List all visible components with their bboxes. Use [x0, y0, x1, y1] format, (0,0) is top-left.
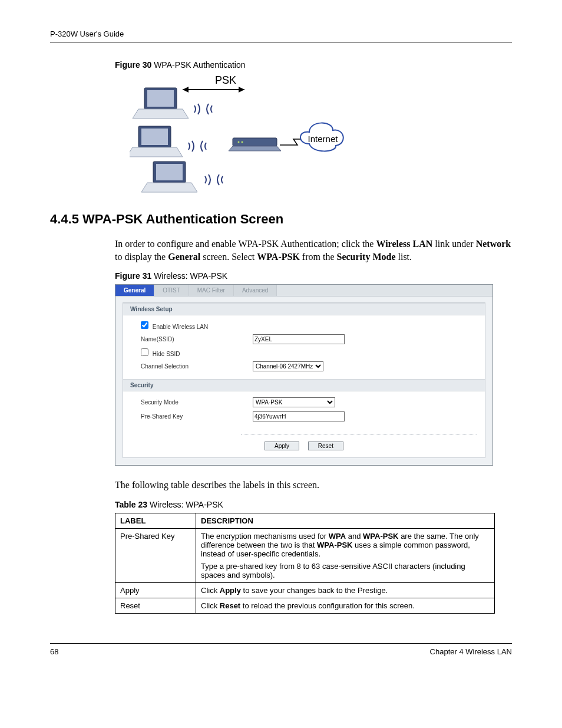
enable-wlan-label: Enable Wireless LAN: [153, 324, 208, 330]
internet-cloud-icon: Internet: [300, 123, 343, 151]
laptop-icon: [133, 88, 189, 118]
psk-input[interactable]: [253, 411, 345, 421]
psk-label: Pre-Shared Key: [141, 413, 253, 420]
guide-title: P-320W User's Guide: [50, 29, 124, 38]
psk-label: PSK: [215, 74, 236, 86]
apply-button[interactable]: Apply: [265, 442, 299, 450]
figure31-caption: Figure 31 Wireless: WPA-PSK: [115, 271, 512, 281]
figure30-label: Figure 30: [115, 60, 151, 70]
figure30-text: WPA-PSK Authentication: [151, 60, 245, 70]
svg-rect-4: [147, 90, 174, 107]
svg-marker-2: [239, 87, 244, 93]
svg-rect-8: [156, 164, 183, 180]
ssid-input[interactable]: [253, 334, 345, 344]
enable-wlan-row[interactable]: Enable Wireless LAN: [141, 321, 208, 330]
table-row: Pre-Shared Key The encryption mechanisms…: [115, 528, 495, 582]
table-row: Apply Click Apply to save your changes b…: [115, 582, 495, 598]
svg-rect-6: [141, 129, 168, 145]
figure31-text: Wireless: WPA-PSK: [151, 271, 227, 281]
table-row: Reset Click Reset to reload the previous…: [115, 598, 495, 613]
channel-label: Channel Selection: [141, 363, 253, 370]
security-mode-label: Security Mode: [141, 399, 253, 406]
tab-general[interactable]: General: [115, 285, 154, 296]
figure30-diagram: PSK: [130, 73, 512, 194]
table23-text: Wireless: WPA-PSK: [147, 500, 223, 509]
table23: LABEL DESCRIPTION Pre-Shared Key The enc…: [115, 513, 495, 614]
hide-ssid-checkbox[interactable]: [141, 348, 148, 356]
figure30-caption: Figure 30 WPA-PSK Authentication: [115, 60, 512, 70]
page-footer: 68 Chapter 4 Wireless LAN: [50, 643, 512, 656]
cell-description: Click Reset to reload the previous confi…: [196, 598, 495, 613]
cell-description: The encryption mechanisms used for WPA a…: [196, 528, 495, 582]
cell-label: Pre-Shared Key: [115, 528, 196, 582]
svg-point-10: [238, 141, 240, 143]
tab-mac-filter[interactable]: MAC Filter: [189, 285, 234, 296]
router-icon: [229, 138, 281, 151]
laptop-icon: [130, 126, 183, 157]
cell-label: Apply: [115, 582, 196, 598]
tab-otist[interactable]: OTIST: [154, 285, 189, 296]
figure31-label: Figure 31: [115, 271, 151, 281]
table-intro: The following table describes the labels…: [115, 479, 512, 492]
th-description: DESCRIPTION: [196, 513, 495, 528]
svg-marker-1: [183, 87, 189, 93]
section-heading: 4.4.5 WPA-PSK Authentication Screen: [50, 212, 512, 227]
hide-ssid-row[interactable]: Hide SSID: [141, 348, 180, 357]
separator: [241, 434, 477, 434]
laptop-icon: [141, 162, 197, 192]
enable-wlan-checkbox[interactable]: [141, 321, 148, 329]
tab-advanced[interactable]: Advanced: [234, 285, 277, 296]
wireless-config-ui: General OTIST MAC Filter Advanced Wirele…: [115, 284, 493, 466]
section-wireless-setup: Wireless Setup: [123, 303, 485, 315]
security-mode-select[interactable]: WPA-PSK: [253, 397, 335, 407]
table23-caption: Table 23 Wireless: WPA-PSK: [115, 500, 512, 509]
svg-text:Internet: Internet: [308, 134, 339, 144]
th-label: LABEL: [115, 513, 196, 528]
page-header: P-320W User's Guide: [50, 29, 512, 42]
cell-label: Reset: [115, 598, 196, 613]
table23-label: Table 23: [115, 500, 147, 509]
tab-bar: General OTIST MAC Filter Advanced: [115, 285, 492, 297]
section-security: Security: [123, 379, 485, 391]
channel-select[interactable]: Channel-06 2427MHz: [253, 361, 323, 371]
intro-paragraph: In order to configure and enable WPA-PSK…: [115, 238, 512, 263]
hide-ssid-label: Hide SSID: [153, 351, 180, 357]
cell-description: Click Apply to save your changes back to…: [196, 582, 495, 598]
chapter-title: Chapter 4 Wireless LAN: [430, 647, 512, 656]
svg-point-11: [242, 141, 243, 143]
ssid-label: Name(SSID): [141, 336, 253, 342]
reset-button[interactable]: Reset: [308, 442, 343, 450]
page-number: 68: [50, 647, 58, 656]
